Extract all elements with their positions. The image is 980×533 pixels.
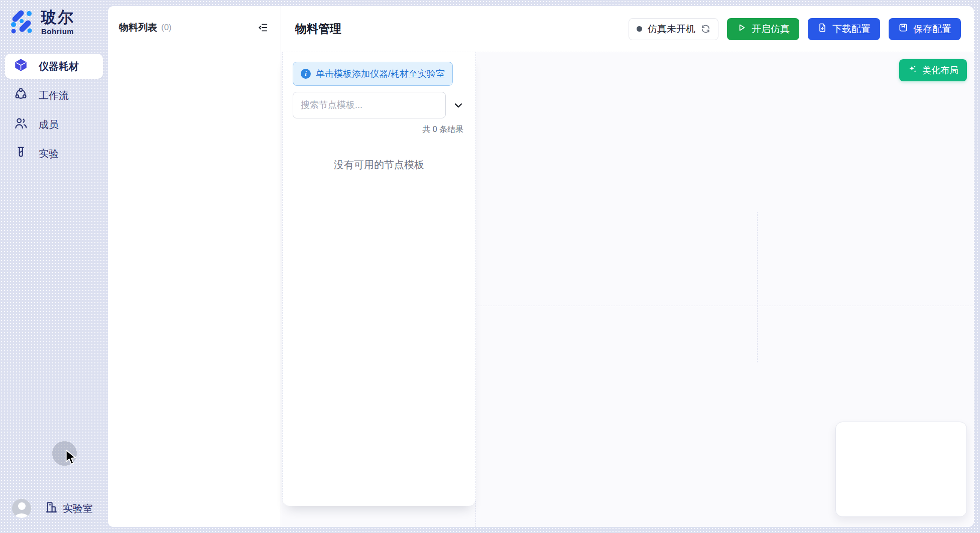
- empty-template-message: 没有可用的节点模板: [293, 158, 465, 172]
- brand-logo: 玻尔 Bohrium: [0, 0, 108, 37]
- sidebar-item-label: 成员: [39, 118, 59, 131]
- sidebar-item-label: 实验: [39, 147, 59, 161]
- chevron-down-icon[interactable]: [452, 98, 465, 112]
- material-list-title: 物料列表: [119, 21, 157, 34]
- page-title: 物料管理: [295, 21, 341, 37]
- workflow-icon: [14, 87, 28, 103]
- header-actions: 仿真未开机: [629, 18, 961, 40]
- sidebar-item-label: 仪器耗材: [39, 60, 79, 73]
- save-config-button[interactable]: 保存配置: [889, 18, 961, 40]
- mouse-cursor-icon: [64, 449, 77, 467]
- sidebar-nav: 仪器耗材 工作流 成员: [5, 54, 103, 170]
- material-list-count: (0): [161, 23, 172, 33]
- simulation-status-pill: 仿真未开机: [629, 18, 718, 40]
- save-icon: [898, 23, 908, 35]
- simulation-status-text: 仿真未开机: [648, 23, 695, 36]
- start-simulation-button[interactable]: 开启仿真: [727, 18, 799, 40]
- test-tube-icon: [14, 146, 28, 162]
- refresh-status-icon[interactable]: [701, 24, 710, 34]
- collapse-panel-button[interactable]: [256, 20, 271, 35]
- beautify-layout-button[interactable]: 美化布局: [899, 59, 967, 81]
- brand-name-en: Bohrium: [41, 28, 74, 36]
- page-header: 物料管理 仿真未开机: [281, 6, 974, 52]
- canvas-guide-horizontal: [475, 306, 974, 306]
- file-download-icon: [817, 23, 827, 35]
- sidebar-item-members[interactable]: 成员: [5, 112, 103, 137]
- members-icon: [14, 116, 28, 132]
- main-area: 物料管理 仿真未开机: [281, 6, 974, 527]
- building-icon: [45, 500, 58, 516]
- node-template-panel: i 单击模板添加仪器/耗材至实验室 共 0 条结果 没有可用的节点模板: [282, 52, 476, 506]
- sidebar-item-instruments[interactable]: 仪器耗材: [5, 54, 103, 79]
- download-config-button[interactable]: 下载配置: [808, 18, 880, 40]
- play-icon: [737, 23, 747, 35]
- node-template-search-input[interactable]: [293, 92, 446, 118]
- material-list-header: 物料列表 (0): [108, 6, 281, 35]
- cube-icon: [14, 58, 28, 74]
- user-avatar[interactable]: [12, 499, 31, 518]
- template-hint-banner: i 单击模板添加仪器/耗材至实验室: [293, 62, 453, 86]
- sidebar-item-workflow[interactable]: 工作流: [5, 83, 103, 108]
- sidebar-footer: 实验室: [0, 499, 108, 518]
- info-icon: i: [301, 69, 311, 79]
- content-card: 物料列表 (0) 物料管理 仿真未开机: [108, 6, 974, 527]
- lab-label: 实验室: [63, 502, 93, 515]
- result-count: 共 0 条结果: [293, 124, 465, 135]
- template-hint-text: 单击模板添加仪器/耗材至实验室: [316, 68, 445, 80]
- sparkles-icon: [908, 64, 918, 77]
- lab-entry[interactable]: 实验室: [45, 500, 93, 516]
- brand-name-zh: 玻尔: [41, 10, 74, 26]
- canvas-minimap[interactable]: [835, 422, 967, 517]
- sidebar-item-experiments[interactable]: 实验: [5, 141, 103, 166]
- bohrium-logo-icon: [8, 8, 35, 37]
- canvas-guide-vertical-right: [757, 212, 758, 362]
- status-dot-icon: [637, 26, 642, 32]
- sidebar-item-label: 工作流: [39, 89, 69, 102]
- lab-canvas[interactable]: i 单击模板添加仪器/耗材至实验室 共 0 条结果 没有可用的节点模板: [281, 52, 974, 527]
- material-list-panel: 物料列表 (0): [108, 6, 281, 527]
